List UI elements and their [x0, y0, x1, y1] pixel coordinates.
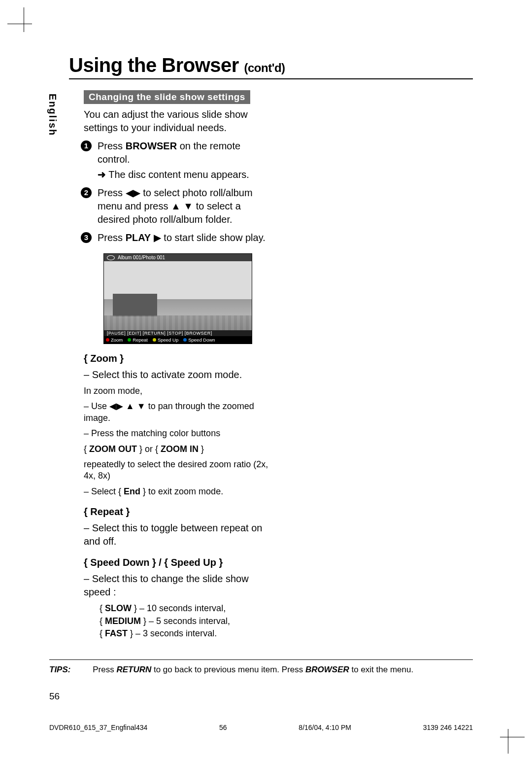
tips-return: RETURN — [116, 665, 151, 674]
slow-label: SLOW — [105, 603, 132, 613]
crop-mark — [7, 24, 32, 24]
t: { — [100, 603, 105, 613]
t: – Select { — [84, 486, 124, 496]
osd-header-text: Album 001/Photo 001 — [118, 255, 165, 260]
zoom-details: In zoom mode, – Use ◀▶ ▲ ▼ to pan throug… — [84, 385, 271, 497]
zoom-out-label: ZOOM OUT — [89, 444, 137, 454]
t: { — [100, 616, 105, 626]
tips-footer: TIPS: Press RETURN to go back to previou… — [49, 659, 473, 675]
repeat-line1: – Select this to toggle between repeat o… — [84, 521, 271, 548]
zoom-line6: repeatedly to select the desired zoom ra… — [84, 459, 271, 482]
zoom-line5: { ZOOM OUT } or { ZOOM IN } — [84, 444, 271, 455]
up-down-arrows-icon: ▲ ▼ — [171, 201, 193, 211]
left-right-arrows-icon: ◀▶ — [126, 187, 140, 198]
step2-text-a: Press — [98, 187, 126, 198]
zoom-in-label: ZOOM IN — [161, 444, 199, 454]
speed-medium: { MEDIUM } – 5 seconds interval, — [100, 616, 271, 627]
tips-a: Press — [93, 665, 116, 674]
zoom-line1: – Select this to activate zoom mode. — [84, 368, 271, 381]
osd-repeat: Repeat — [128, 337, 148, 343]
t: } – 10 seconds interval, — [132, 603, 226, 613]
manual-page: English Using the Browser (cont'd) Chang… — [0, 0, 532, 761]
t: { — [100, 628, 105, 638]
step3-bold: PLAY — [126, 232, 151, 243]
t: } to exit zoom mode. — [140, 486, 223, 496]
yellow-dot-icon — [153, 338, 156, 342]
footer-page: 56 — [219, 724, 227, 731]
red-dot-icon — [106, 338, 109, 342]
step-number-icon: 3 — [81, 232, 92, 243]
fast-label: FAST — [105, 628, 128, 638]
osd-speedup-label: Speed Up — [158, 337, 178, 343]
green-dot-icon — [128, 338, 131, 342]
page-title: Using the Browser (cont'd) — [69, 54, 473, 76]
tips-c: to go back to previous menu item. Press — [151, 665, 305, 674]
title-main: Using the Browser — [69, 54, 239, 76]
step1-bold: BROWSER — [126, 140, 177, 151]
section-heading: Changing the slide show settings — [84, 90, 250, 104]
intro-text: You can adjust the various slide show se… — [84, 108, 271, 135]
osd-speedup: Speed Up — [153, 337, 178, 343]
osd-frame: Album 001/Photo 001 [PAUSE] [EDIT] [RETU… — [103, 253, 252, 344]
content-area: Using the Browser (cont'd) Changing the … — [69, 54, 473, 640]
osd-zoom: Zoom — [106, 337, 123, 343]
title-suffix: (cont'd) — [244, 61, 285, 74]
main-column: Changing the slide show settings You can… — [84, 90, 271, 639]
t: } — [199, 444, 204, 454]
osd-zoom-label: Zoom — [111, 337, 123, 343]
language-tab: English — [47, 94, 58, 136]
end-label: End — [124, 486, 140, 496]
play-icon: ▶ — [154, 232, 161, 243]
footer-date: 8/16/04, 4:10 PM — [299, 724, 351, 731]
t: { — [84, 444, 89, 454]
zoom-heading: { Zoom } — [84, 353, 271, 364]
step1-text-a: Press — [98, 140, 126, 151]
osd-control-row-2: Zoom Repeat Speed Up Speed Down — [104, 336, 252, 344]
zoom-line3a: – Use — [84, 401, 109, 411]
osd-speeddown: Speed Down — [183, 337, 215, 343]
medium-label: MEDIUM — [105, 616, 141, 626]
step3-text-a: Press — [98, 232, 126, 243]
speed-heading: { Speed Down } / { Speed Up } — [84, 557, 271, 568]
print-footer: DVDR610_615_37_Engfinal434 56 8/16/04, 4… — [49, 724, 473, 731]
t: } or { — [137, 444, 161, 454]
t: } – 5 seconds interval, — [141, 616, 230, 626]
speed-slow: { SLOW } – 10 seconds interval, — [100, 603, 271, 614]
zoom-line3: – Use ◀▶ ▲ ▼ to pan through the zoomed i… — [84, 401, 271, 424]
page-number: 56 — [49, 691, 60, 702]
step-number-icon: 1 — [81, 140, 92, 151]
step1-result: The disc content menu appears. — [108, 169, 249, 180]
title-rule — [69, 78, 473, 79]
t: } – 3 seconds interval. — [128, 628, 217, 638]
all-arrows-icon: ◀▶ ▲ ▼ — [109, 401, 146, 411]
blue-dot-icon — [183, 338, 187, 342]
zoom-line4: – Press the matching color buttons — [84, 428, 271, 439]
crop-mark — [500, 737, 525, 737]
footer-code: 3139 246 14221 — [423, 724, 473, 731]
osd-header: Album 001/Photo 001 — [104, 254, 252, 261]
speed-options: { SLOW } – 10 seconds interval, { MEDIUM… — [84, 603, 271, 639]
osd-repeat-label: Repeat — [133, 337, 148, 343]
crop-mark — [24, 7, 24, 32]
step-1: 1 Press BROWSER on the remote control. ➜… — [84, 139, 271, 181]
step3-text-c: to start slide show play. — [161, 232, 266, 243]
crop-mark — [508, 729, 508, 754]
tips-e: to exit the menu. — [349, 665, 413, 674]
step-number-icon: 2 — [81, 187, 92, 198]
tips-browser: BROWSER — [305, 665, 349, 674]
step-2: 2 Press ◀▶ to select photo roll/album me… — [84, 186, 271, 226]
footer-filename: DVDR610_615_37_Engfinal434 — [49, 724, 147, 731]
repeat-heading: { Repeat } — [84, 506, 271, 518]
speed-line1: – Select this to change the slide show s… — [84, 572, 271, 599]
disc-icon — [107, 255, 115, 260]
osd-speeddown-label: Speed Down — [188, 337, 215, 343]
zoom-line7: – Select { End } to exit zoom mode. — [84, 486, 271, 497]
osd-screenshot: Album 001/Photo 001 [PAUSE] [EDIT] [RETU… — [103, 253, 271, 344]
step-3: 3 Press PLAY ▶ to start slide show play. — [84, 231, 271, 244]
tips-label: TIPS: — [49, 665, 70, 674]
osd-control-row-1: [PAUSE] [EDIT] [RETURN] [STOP] [BROWSER] — [104, 330, 252, 336]
arrow-right-icon: ➜ — [98, 169, 106, 180]
zoom-line2: In zoom mode, — [84, 385, 271, 397]
speed-fast: { FAST } – 3 seconds interval. — [100, 628, 271, 639]
osd-image — [104, 261, 252, 330]
